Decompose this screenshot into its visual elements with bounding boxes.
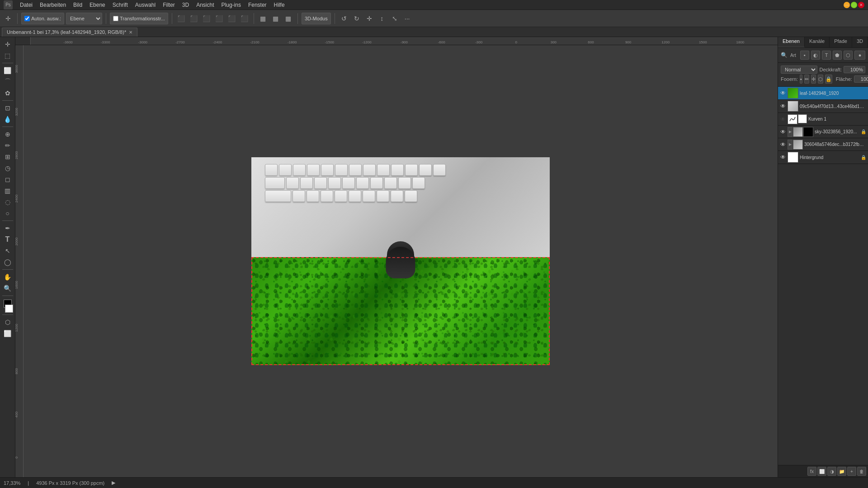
tab-close-button[interactable]: ✕ (129, 30, 132, 35)
blend-mode-select[interactable]: Normal (781, 66, 817, 74)
align-right-icon[interactable]: ⬛ (201, 13, 212, 24)
layer-filter-toggle[interactable]: ● (854, 51, 865, 60)
layer-sky[interactable]: 👁 ▶ sky-3023856_1920... 🔒 (778, 126, 868, 138)
lock-all-btn[interactable]: 🔒 (825, 75, 832, 84)
align-bottom-icon[interactable]: ⬛ (239, 13, 250, 24)
rotate-3d-icon[interactable]: ↺ (339, 13, 349, 24)
layer-filter-pixel-btn[interactable]: ▪ (800, 51, 809, 60)
layer-306048[interactable]: 👁 ▶ 306048a5746dec...b3172fb3a6c08 (778, 138, 868, 151)
lock-transparent-btn[interactable]: ▪ (800, 75, 802, 84)
distribute-2-icon[interactable]: ▦ (270, 13, 281, 24)
menu-bild[interactable]: Bild (70, 1, 86, 9)
zoom-display[interactable]: 17,33% (4, 480, 20, 486)
layer-vis-2[interactable]: 👁 (780, 103, 786, 109)
menu-bearbeiten[interactable]: Bearbeiten (36, 1, 70, 9)
menu-ebene[interactable]: Ebene (86, 1, 109, 9)
layer-select[interactable]: Ebene (66, 13, 102, 24)
crop-tool[interactable]: ⊡ (1, 103, 14, 113)
layer-filter-type-btn[interactable]: T (822, 51, 831, 60)
layer-hintergrund[interactable]: 👁 Hintergrund 🔒 (778, 151, 868, 164)
layer-filter-shape-btn[interactable]: ⬟ (833, 51, 842, 60)
roll-3d-icon[interactable]: ↻ (351, 13, 362, 24)
transform-checkbox[interactable] (113, 16, 118, 21)
scale-3d-icon[interactable]: ⤡ (389, 13, 400, 24)
quick-mask-icon[interactable]: ⬡ (1, 317, 14, 328)
layer-vis-3[interactable]: 👁 (780, 116, 786, 122)
screen-mode-icon[interactable]: ⬜ (1, 328, 14, 339)
eraser-tool[interactable]: ◻ (1, 174, 14, 185)
opacity-input[interactable] (844, 66, 865, 73)
layer-mask-button[interactable]: ⬜ (817, 467, 826, 476)
menu-fenster[interactable]: Fenster (245, 1, 270, 9)
more-3d-icon[interactable]: ··· (402, 13, 413, 24)
tab-pfade[interactable]: Pfade (830, 37, 852, 47)
fill-input[interactable] (854, 75, 868, 83)
clone-tool[interactable]: ⊞ (1, 151, 14, 162)
layer-vis-6[interactable]: 👁 (780, 154, 786, 160)
history-tool[interactable]: ◷ (1, 163, 14, 174)
hand-tool[interactable]: ✋ (1, 272, 14, 282)
pan-3d-icon[interactable]: ✛ (364, 13, 375, 24)
distribute-3-icon[interactable]: ▦ (283, 13, 294, 24)
align-top-icon[interactable]: ⬛ (214, 13, 225, 24)
layer-delete-button[interactable]: 🗑 (857, 467, 866, 476)
layer-new-button[interactable]: + (847, 467, 856, 476)
layer-group-button[interactable]: 📁 (837, 467, 846, 476)
brush-tool[interactable]: ✏ (1, 140, 14, 151)
tab-ebenen[interactable]: Ebenen (778, 37, 805, 47)
menu-3d[interactable]: 3D (179, 1, 193, 9)
tab-kanaele[interactable]: Kanäle (805, 37, 830, 47)
lock-image-btn[interactable]: ✏ (804, 75, 809, 84)
move-tool-icon[interactable]: ✛ (3, 13, 14, 24)
quick-select-tool[interactable]: ✿ (1, 88, 14, 99)
marquee-tool[interactable]: ⬜ (1, 65, 14, 76)
path-select-tool[interactable]: ↖ (1, 245, 14, 256)
3d-mode-button[interactable]: 3D-Modus (302, 13, 331, 24)
menu-schrift[interactable]: Schrift (109, 1, 132, 9)
artboard-tool[interactable]: ⬚ (1, 50, 14, 61)
layer-vis-5[interactable]: 👁 (780, 141, 786, 148)
minimize-button[interactable]: — (844, 2, 850, 8)
lasso-tool[interactable]: ⌒ (1, 76, 14, 87)
lock-artboard-btn[interactable]: ⬡ (818, 75, 823, 84)
document-tab[interactable]: Unbenannt-1 bei 17,3% (leaf-1482948_1920… (2, 28, 137, 37)
layer-kurven[interactable]: 👁 Kurven 1 (778, 113, 868, 126)
eyedropper-tool[interactable]: 💧 (1, 114, 14, 125)
move-tool[interactable]: ✛ (1, 39, 14, 50)
align-center-icon[interactable]: ⬛ (189, 13, 199, 24)
align-left-icon[interactable]: ⬛ (176, 13, 187, 24)
menu-plugins[interactable]: Plug-ins (218, 1, 245, 9)
lock-position-btn[interactable]: ✛ (811, 75, 816, 84)
gradient-tool[interactable]: ▥ (1, 185, 14, 196)
layer-leaf[interactable]: 👁 leaf-1482948_1920 (778, 87, 868, 100)
layer-filter-adj-btn[interactable]: ◐ (811, 51, 820, 60)
transform-button[interactable]: Transformationsstr... (110, 13, 168, 24)
layer-adjustment-button[interactable]: ◑ (827, 467, 836, 476)
menu-filter[interactable]: Filter (159, 1, 179, 9)
layer-fx-button[interactable]: fx (807, 467, 816, 476)
layer-vis-1[interactable]: 👁 (780, 90, 786, 96)
spot-heal-tool[interactable]: ⊕ (1, 129, 14, 140)
shape-tool[interactable]: ◯ (1, 257, 14, 267)
menu-datei[interactable]: Datei (16, 1, 36, 9)
maximize-button[interactable]: □ (851, 2, 857, 8)
autoselect-checkbox[interactable] (24, 16, 30, 21)
slide-3d-icon[interactable]: ↕ (377, 13, 387, 24)
background-color[interactable] (5, 305, 13, 313)
status-arrow[interactable]: ▶ (112, 480, 115, 486)
close-button[interactable]: ✕ (858, 2, 864, 8)
blur-tool[interactable]: ◌ (1, 197, 14, 207)
layer-filter-smart-btn[interactable]: ⬡ (844, 51, 853, 60)
layer-keyboard[interactable]: 👁 09c540a4f70d13...43ce46bd18f3f2 (778, 100, 868, 113)
align-middle-icon[interactable]: ⬛ (226, 13, 237, 24)
distribute-1-icon[interactable]: ▦ (258, 13, 269, 24)
dodge-tool[interactable]: ○ (1, 208, 14, 219)
type-tool[interactable]: T (1, 234, 14, 245)
tab-3d[interactable]: 3D (852, 37, 868, 47)
menu-hilfe[interactable]: Hilfe (270, 1, 288, 9)
menu-ansicht[interactable]: Ansicht (193, 1, 217, 9)
menu-auswahl[interactable]: Auswahl (132, 1, 159, 9)
pen-tool[interactable]: ✒ (1, 223, 14, 234)
zoom-tool[interactable]: 🔍 (1, 283, 14, 294)
autoselect-button[interactable]: Auton. ausw.: (21, 13, 64, 24)
